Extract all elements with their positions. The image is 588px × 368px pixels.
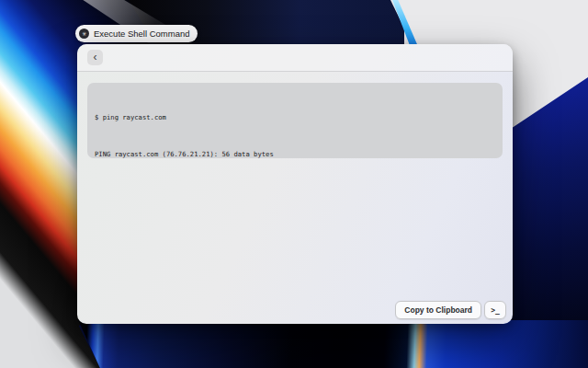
chevron-left-icon: ‹ — [94, 51, 97, 64]
raycast-window: ‹ $ ping raycast.com PING raycast.com (7… — [77, 44, 513, 324]
desktop: ✳ Execute Shell Command ‹ $ ping raycast… — [0, 0, 588, 368]
execute-shell-command-pill[interactable]: ✳ Execute Shell Command — [75, 25, 198, 42]
window-footer: Copy to Clipboard >_ — [395, 301, 506, 319]
pill-label: Execute Shell Command — [94, 29, 190, 39]
copy-to-clipboard-button[interactable]: Copy to Clipboard — [395, 301, 481, 319]
window-header: ‹ — [77, 44, 513, 72]
terminal-prompt-icon: >_ — [491, 306, 500, 315]
terminal-line: $ ping raycast.com — [95, 111, 495, 123]
terminal-output: $ ping raycast.com PING raycast.com (76.… — [87, 83, 503, 158]
back-button[interactable]: ‹ — [87, 50, 103, 65]
shell-command-icon: ✳ — [79, 29, 89, 39]
terminal-icon-button[interactable]: >_ — [484, 301, 506, 319]
wallpaper-bottom-strip — [78, 320, 588, 368]
terminal-line: PING raycast.com (76.76.21.21): 56 data … — [95, 148, 495, 158]
